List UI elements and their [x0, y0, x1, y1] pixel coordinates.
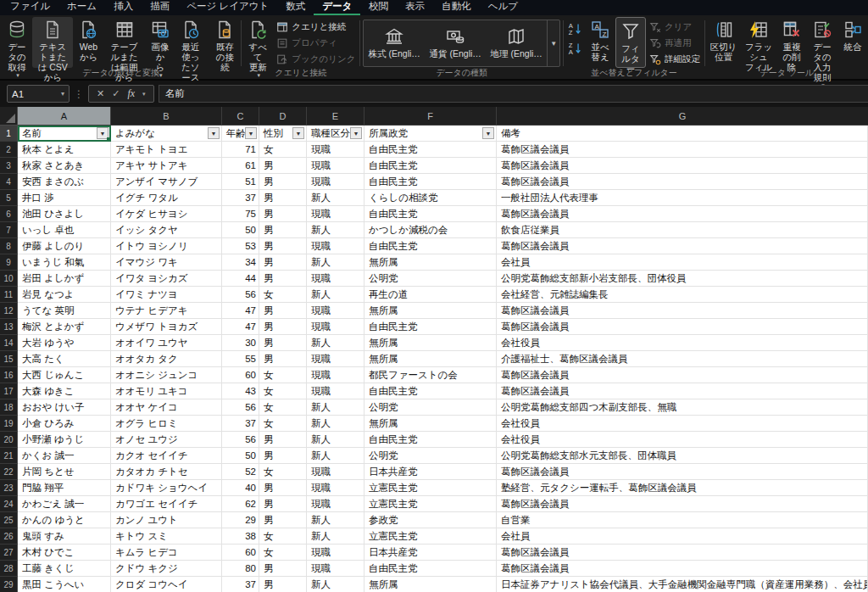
cell-age[interactable]: 44	[222, 271, 259, 287]
cell-note[interactable]: 葛飾区議会議員	[497, 238, 868, 254]
row-header[interactable]: 6	[0, 206, 18, 222]
column-header-g[interactable]: G	[497, 107, 868, 126]
cell-kana[interactable]: アキモト トヨエ	[111, 142, 222, 158]
row-header[interactable]: 16	[0, 367, 18, 383]
advanced-filter-button[interactable]: 詳細設定	[646, 52, 704, 67]
row-header[interactable]: 22	[0, 464, 18, 480]
cell-party[interactable]: 参政党	[364, 512, 497, 528]
filter-dropdown-button[interactable]: ▼	[292, 127, 304, 139]
data-validation-button[interactable]: データの 入力規則▾	[807, 17, 837, 68]
get-data-button[interactable]: データの 取得▾	[2, 17, 32, 68]
cell-status[interactable]: 新人	[307, 254, 364, 271]
cell-age[interactable]: 29	[222, 512, 259, 528]
cell-kana[interactable]: クドウ キクジ	[111, 561, 222, 577]
cell-status[interactable]: 現職	[307, 158, 364, 174]
column-header-c[interactable]: C	[222, 107, 259, 126]
cell-note[interactable]: 会社役員	[497, 432, 868, 448]
cell-kana[interactable]: イワミ ナツヨ	[111, 287, 222, 303]
cell-age[interactable]: 60	[222, 545, 259, 561]
cell-party[interactable]: くらしの相談党	[364, 190, 497, 206]
tab-review[interactable]: 校閲	[360, 0, 397, 15]
cell-kana[interactable]: キムラ ヒデコ	[111, 545, 222, 561]
cell-age[interactable]: 37	[222, 577, 259, 592]
cell-age[interactable]: 75	[222, 206, 259, 222]
cell-status[interactable]: 新人	[307, 399, 364, 416]
cell-name[interactable]: 秋本 とよえ	[18, 142, 111, 158]
cell-age[interactable]: 47	[222, 303, 259, 319]
row-header[interactable]: 29	[0, 577, 18, 592]
cell-kana[interactable]: カタオカ チトセ	[111, 464, 222, 480]
cell-kana[interactable]: カンノ ユウト	[111, 512, 222, 528]
cell-kana[interactable]: クロダ コウヘイ	[111, 577, 222, 592]
row-header[interactable]: 2	[0, 142, 18, 158]
cell-status[interactable]: 新人	[307, 448, 364, 464]
row-header[interactable]: 21	[0, 448, 18, 464]
cell-party[interactable]: 自由民主党	[364, 432, 497, 448]
filter-dropdown-button[interactable]: ▼	[482, 127, 494, 139]
reapply-filter-button[interactable]: 再適用	[646, 36, 704, 51]
cell-age[interactable]: 62	[222, 496, 259, 512]
row-header[interactable]: 15	[0, 351, 18, 367]
cell-note[interactable]: 会社員	[497, 254, 868, 271]
cell-sex[interactable]: 男	[259, 206, 307, 222]
cell-name[interactable]: いっし 卓也	[18, 222, 111, 238]
cell-name[interactable]: いまうじ 和氣	[18, 254, 111, 271]
cell-status[interactable]: 現職	[307, 238, 364, 254]
cell-sex[interactable]: 男	[259, 271, 307, 287]
fill-handle[interactable]	[107, 137, 110, 141]
cell-age[interactable]: 34	[222, 254, 259, 271]
cell-party[interactable]: 無所属	[364, 351, 497, 367]
tab-insert[interactable]: 挿入	[105, 0, 142, 15]
cell-age[interactable]: 61	[222, 158, 259, 174]
cell-kana[interactable]: カクオ セイイチ	[111, 448, 222, 464]
tab-data[interactable]: データ	[314, 0, 360, 15]
cell-age[interactable]: 56	[222, 287, 259, 303]
cell-note[interactable]: 公明党葛飾総支部水元支部長、団体職員	[497, 448, 868, 464]
cell-party[interactable]: 無所属	[364, 577, 497, 592]
cell-name[interactable]: 大西 じゅんこ	[18, 367, 111, 383]
sort-descending-button[interactable]: Z A	[565, 39, 585, 58]
consolidate-button[interactable]: 統合	[837, 17, 868, 68]
cell-sex[interactable]: 女	[259, 142, 307, 158]
sort-button[interactable]: A Z 並べ替え	[585, 17, 615, 68]
cell-party[interactable]: 都民ファーストの会	[364, 367, 497, 383]
cell-status[interactable]: 現職	[307, 319, 364, 335]
cell-name[interactable]: 伊藤 よしのり	[18, 238, 111, 254]
cell-sex[interactable]: 男	[259, 158, 307, 174]
cell-name[interactable]: 大高 たく	[18, 351, 111, 367]
tab-view[interactable]: 表示	[397, 0, 433, 15]
cell-party[interactable]: 公明党	[364, 271, 497, 287]
tab-file[interactable]: ファイル	[2, 0, 58, 15]
cell-name[interactable]: 秋家 さとあき	[18, 158, 111, 174]
cell-party[interactable]: 日本共産党	[364, 464, 497, 480]
cell-party[interactable]: 自由民主党	[364, 383, 497, 399]
cell-name[interactable]: 岩見 なつよ	[18, 287, 111, 303]
cell-name[interactable]: 黒田 こうへい	[18, 577, 111, 592]
row-header[interactable]: 12	[0, 303, 18, 319]
row-header[interactable]: 14	[0, 335, 18, 351]
insert-function-icon[interactable]: fx	[127, 87, 135, 100]
cell-age[interactable]: 38	[222, 528, 259, 545]
cell-kana[interactable]: オノセ ユウジ	[111, 432, 222, 448]
cell-party[interactable]: 自由民主党	[364, 561, 497, 577]
cell-age[interactable]: 43	[222, 383, 259, 399]
cell-party[interactable]: 再生の道	[364, 287, 497, 303]
cell-name[interactable]: 門脇 翔平	[18, 480, 111, 496]
row-header[interactable]: 19	[0, 416, 18, 432]
cell-name[interactable]: おおや けい子	[18, 399, 111, 416]
cell-party[interactable]: 無所属	[364, 335, 497, 351]
cell-sex[interactable]: 女	[259, 416, 307, 432]
cell-g1[interactable]: 備考	[497, 126, 868, 142]
cell-note[interactable]: 葛飾区議会議員	[497, 545, 868, 561]
cell-kana[interactable]: ウテナ ヒデアキ	[111, 303, 222, 319]
cell-name[interactable]: かんの ゆうと	[18, 512, 111, 528]
cell-status[interactable]: 現職	[307, 303, 364, 319]
cell-party[interactable]: 自由民主党	[364, 174, 497, 190]
cell-note[interactable]: 会社役員	[497, 416, 868, 432]
cell-name[interactable]: 安西 まさのぶ	[18, 174, 111, 190]
filter-dropdown-button[interactable]: ▼	[350, 127, 362, 139]
cell-sex[interactable]: 男	[259, 432, 307, 448]
cell-kana[interactable]: イケダ ヒサヨシ	[111, 206, 222, 222]
cell-status[interactable]: 現職	[307, 367, 364, 383]
cell-sex[interactable]: 男	[259, 480, 307, 496]
